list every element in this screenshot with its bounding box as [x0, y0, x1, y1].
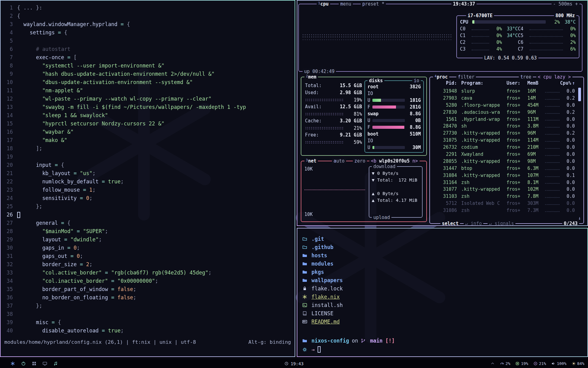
- tray-expand-icon[interactable]: [491, 362, 495, 366]
- editor-line[interactable]: 9 "hash dbus-update-activation-environme…: [1, 70, 295, 78]
- editor-line[interactable]: 29 layout = "dwindle";: [1, 236, 295, 244]
- editor-line[interactable]: 12 "wl-paste --primary --watch wl-copy -…: [1, 95, 295, 103]
- info-action[interactable]: ↵ info: [464, 220, 483, 226]
- editor-line[interactable]: 18 ];: [1, 144, 295, 153]
- select-action[interactable]: select: [440, 220, 460, 226]
- metric-memory-usage[interactable]: 19%: [515, 361, 528, 366]
- metric-disk-usage[interactable]: 21%: [533, 361, 546, 366]
- file-item-install.sh[interactable]: install.sh: [302, 301, 343, 309]
- process-row[interactable]: 31084.kitty-wrappedfros+107M0.1: [433, 172, 575, 179]
- update-interval-control[interactable]: - 500ms +: [552, 1, 579, 7]
- editor-line[interactable]: 33 "col.active_border" = "rgb(cba6f7) rg…: [1, 269, 295, 277]
- process-row[interactable]: 31086zshfros+7.3M0.0: [433, 207, 575, 214]
- editor-line[interactable]: 39 misc = {: [1, 318, 295, 327]
- file-item-pkgs[interactable]: pkgs: [302, 268, 343, 276]
- editor-line[interactable]: 26: [1, 211, 295, 219]
- editor-line[interactable]: 19: [1, 153, 295, 161]
- process-row[interactable]: 5280.floorp-wrappefros+454M0.0: [433, 102, 575, 109]
- process-row[interactable]: 28470shfros+3.8M0.0: [433, 123, 575, 130]
- btop-window[interactable]: 1cpu menu preset * 19:43:37 - 500ms + i7…: [297, 0, 588, 226]
- power-icon[interactable]: [21, 361, 26, 366]
- process-row[interactable]: 27730.kitty-wrappedfros+96M0.2: [433, 130, 575, 137]
- editor-line[interactable]: 37 };: [1, 302, 295, 310]
- editor-line[interactable]: 14 "sleep 1 && swaylock": [1, 111, 295, 120]
- editor-window[interactable]: 1{ ... }:2{3 wayland.windowManager.hyprl…: [0, 0, 295, 357]
- menu-button[interactable]: menu: [339, 1, 353, 7]
- editor-line[interactable]: 27 general = {: [1, 219, 295, 227]
- process-row[interactable]: 1561.Hyprland-wrapfros+111M0.0: [433, 116, 575, 123]
- process-row[interactable]: 31077.kitty-wrappedfros+102M0.0: [433, 186, 575, 193]
- editor-line[interactable]: 2{: [1, 12, 295, 20]
- editor-line[interactable]: 7 exec-once = [: [1, 53, 295, 62]
- file-item-.git[interactable]: .git: [302, 235, 343, 243]
- editor-line[interactable]: 20 input = {: [1, 161, 295, 169]
- process-row[interactable]: 31103zshfros+7.8M0.0: [433, 193, 575, 200]
- net-interface-selector[interactable]: <b wlp0s20f0u5 n>: [369, 158, 420, 164]
- editor-line[interactable]: 1{ ... }:: [1, 4, 295, 12]
- editor-line[interactable]: 21 kb_layout = "us";: [1, 169, 295, 178]
- filter-button[interactable]: filter: [456, 74, 476, 80]
- editor-line[interactable]: 34 "col.inactive_border" = "0x00000000";: [1, 277, 295, 285]
- editor-line[interactable]: 5: [1, 37, 295, 45]
- net-zero-button[interactable]: zero: [353, 158, 367, 164]
- process-row[interactable]: 31447btopfros+6.3M0.0: [433, 165, 575, 172]
- editor-line[interactable]: 10 "dbus-update-activation-environment -…: [1, 78, 295, 86]
- editor-line[interactable]: 4 settings = {: [1, 29, 295, 37]
- file-item-.github[interactable]: .github: [302, 243, 343, 251]
- process-row[interactable]: 27903cavafros+14M0.2: [433, 95, 575, 102]
- editor-line[interactable]: 31 gaps_out = 0;: [1, 252, 295, 260]
- media-icon[interactable]: [53, 361, 58, 366]
- file-item-LICENSE[interactable]: LICENSE: [302, 309, 343, 317]
- file-item-hosts[interactable]: hosts: [302, 251, 343, 259]
- editor-line[interactable]: 36 no_border_on_floating = false;: [1, 293, 295, 302]
- io-mode-button[interactable]: io: [412, 78, 421, 84]
- editor-line[interactable]: 28 "$mainMod" = "SUPER";: [1, 227, 295, 236]
- editor-line[interactable]: 13 "swaybg -m fill -i $(find ~/Pictures/…: [1, 103, 295, 111]
- scrollbar-thumb[interactable]: [578, 88, 581, 101]
- mem-box-title[interactable]: 2mem: [304, 74, 318, 80]
- file-item-modules[interactable]: modules: [302, 259, 343, 268]
- editor-line[interactable]: 25 };: [1, 202, 295, 211]
- editor-line[interactable]: 16 "waybar &": [1, 128, 295, 136]
- nix-logo-icon[interactable]: [10, 361, 15, 366]
- file-item-README.md[interactable]: README.md: [302, 317, 343, 326]
- sort-column-selector[interactable]: < cpu lazy >: [536, 74, 572, 80]
- workspaces-icon[interactable]: [32, 361, 36, 366]
- editor-line[interactable]: 38: [1, 310, 295, 318]
- editor-line[interactable]: 3 wayland.windowManager.hyprland = {: [1, 20, 295, 29]
- cpu-box-title[interactable]: 1cpu: [317, 1, 330, 7]
- process-row[interactable]: 31948slurpfros+16M0.0: [433, 88, 575, 95]
- editor-line[interactable]: 6 # autostart: [1, 45, 295, 53]
- scroll-down-arrow[interactable]: ↓: [578, 215, 581, 221]
- editor-line[interactable]: 17 "mako &": [1, 136, 295, 144]
- preset-button[interactable]: preset *: [361, 1, 386, 7]
- proc-rows[interactable]: 31948slurpfros+16M0.027903cavafros+14M0.…: [433, 88, 575, 214]
- metric-volume[interactable]: 100%: [551, 361, 566, 366]
- tree-button[interactable]: tree: [519, 74, 533, 80]
- editor-line[interactable]: 40 disable_autoreload = true;: [1, 327, 295, 335]
- editor-line[interactable]: 35 border_part_of_window = false;: [1, 285, 295, 293]
- net-auto-button[interactable]: auto: [332, 158, 346, 164]
- file-item-flake.nix[interactable]: flake.nix: [302, 293, 343, 301]
- display-icon[interactable]: [43, 361, 47, 366]
- editor-line[interactable]: 24 sensitivity = 0;: [1, 194, 295, 202]
- process-row[interactable]: 31075.kitty-wrappedfros+114M0.0: [433, 137, 575, 144]
- metric-brightness[interactable]: 84%: [572, 361, 584, 366]
- process-row[interactable]: 26732codiumfros+210M0.0: [433, 144, 575, 151]
- process-row[interactable]: 5712Isolated Web Cfros+303M0.0: [433, 200, 575, 207]
- file-item-flake.lock[interactable]: flake.lock: [302, 284, 343, 293]
- net-box-title[interactable]: 3net: [304, 158, 318, 164]
- terminal-window[interactable]: .git.githubhostsmodulespkgswallpapersfla…: [297, 228, 588, 357]
- editor-line[interactable]: 22 numlock_by_default = true;: [1, 178, 295, 186]
- shell-prompt-input[interactable]: →: [302, 346, 321, 353]
- bar-clock[interactable]: 19:43: [285, 361, 303, 366]
- editor-line[interactable]: 30 gaps_in = 0;: [1, 244, 295, 252]
- file-item-wallpapers[interactable]: wallpapers: [302, 276, 343, 284]
- process-row[interactable]: 27830.audacious-wrafros+96M0.2: [433, 109, 575, 116]
- signals-action[interactable]: ↵ signals: [488, 220, 515, 226]
- editor-line[interactable]: 8 "systemctl --user import-environment &…: [1, 62, 295, 70]
- process-row[interactable]: 31164zshfros+8.1M0.0: [433, 179, 575, 186]
- editor-line[interactable]: 11 "nm-applet &": [1, 86, 295, 95]
- metric-cpu-usage[interactable]: 2%: [500, 361, 511, 366]
- process-row[interactable]: 2291Xwaylandfros+69M0.0: [433, 151, 575, 158]
